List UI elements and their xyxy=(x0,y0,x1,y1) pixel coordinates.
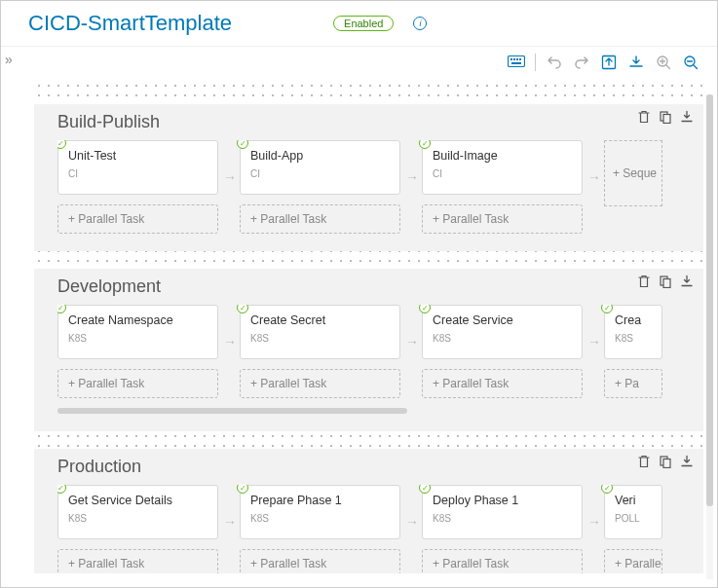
task-column: ✓Unit-TestCIParallel Task→ xyxy=(57,140,218,234)
flow-arrow-icon: → xyxy=(223,514,237,530)
copy-icon[interactable] xyxy=(659,110,672,124)
svg-rect-0 xyxy=(509,56,525,67)
task-type: CI xyxy=(433,168,572,179)
delete-icon[interactable] xyxy=(637,455,651,468)
task-card[interactable]: ✓CreaK8S xyxy=(604,305,662,359)
flow-arrow-icon: → xyxy=(405,334,419,349)
copy-icon[interactable] xyxy=(659,455,672,468)
check-icon: ✓ xyxy=(237,305,248,313)
stage-actions xyxy=(637,275,694,288)
stage: →Production✓Get Service DetailsK8SParall… xyxy=(34,449,703,573)
task-row: ✓Unit-TestCIParallel Task→✓Build-AppCIPa… xyxy=(57,140,694,234)
check-icon: ✓ xyxy=(601,485,613,494)
add-parallel-task[interactable]: Parallel Task xyxy=(240,549,400,573)
task-card[interactable]: ✓Create NamespaceK8S xyxy=(57,305,218,359)
add-parallel-task[interactable]: Parallel Task xyxy=(240,204,400,234)
task-name: Build-App xyxy=(250,149,390,163)
undo-icon[interactable] xyxy=(546,54,563,71)
task-card[interactable]: ✓Deploy Phase 1K8S xyxy=(422,485,583,539)
stage-title[interactable]: Build-Publish xyxy=(57,112,694,132)
task-card[interactable]: ✓Create SecretK8S xyxy=(240,305,400,359)
check-icon: ✓ xyxy=(419,485,431,494)
flow-arrow-icon: → xyxy=(587,334,601,349)
task-type: K8S xyxy=(68,513,208,524)
add-parallel-task[interactable]: Pa xyxy=(604,369,662,398)
svg-rect-12 xyxy=(663,279,670,288)
task-card[interactable]: ✓Unit-TestCI xyxy=(57,140,218,195)
task-card[interactable]: ✓Prepare Phase 1K8S xyxy=(240,485,400,539)
svg-rect-10 xyxy=(663,115,670,124)
svg-rect-2 xyxy=(513,58,515,60)
check-icon: ✓ xyxy=(57,140,66,149)
add-parallel-task[interactable]: Parallel Task xyxy=(604,549,662,573)
vertical-scrollbar[interactable] xyxy=(706,94,713,579)
zoom-out-icon[interactable] xyxy=(682,54,699,71)
task-type: K8S xyxy=(433,513,572,524)
task-name: Unit-Test xyxy=(68,149,208,163)
task-name: Create Namespace xyxy=(68,313,208,327)
canvas[interactable]: Build-Publish✓Unit-TestCIParallel Task→✓… xyxy=(34,81,703,573)
check-icon: ✓ xyxy=(601,305,613,313)
toolbar xyxy=(508,54,699,71)
download-icon[interactable] xyxy=(680,110,694,124)
add-parallel-task[interactable]: Parallel Task xyxy=(57,369,218,398)
task-card[interactable]: ✓Create ServiceK8S xyxy=(422,305,583,359)
add-parallel-task[interactable]: Parallel Task xyxy=(422,204,583,234)
task-type: K8S xyxy=(68,333,208,344)
check-icon: ✓ xyxy=(419,305,431,313)
export-icon[interactable] xyxy=(600,54,618,71)
info-icon[interactable]: i xyxy=(413,17,427,30)
sequential-placeholder[interactable]: Seque xyxy=(604,140,662,206)
delete-icon[interactable] xyxy=(637,275,651,288)
expand-sidebar-icon[interactable]: » xyxy=(5,52,22,73)
task-row: ✓Create NamespaceK8SParallel Task→✓Creat… xyxy=(57,305,694,398)
stage-actions xyxy=(637,455,694,468)
keyboard-icon[interactable] xyxy=(508,54,525,71)
task-name: Crea xyxy=(615,313,652,327)
scrollbar-thumb[interactable] xyxy=(706,94,713,506)
import-icon[interactable] xyxy=(627,54,645,71)
download-icon[interactable] xyxy=(680,275,694,288)
add-parallel-task[interactable]: Parallel Task xyxy=(240,369,400,398)
svg-rect-1 xyxy=(510,58,512,60)
task-name: Veri xyxy=(615,494,652,507)
zoom-in-icon[interactable] xyxy=(655,54,672,71)
stage-title[interactable]: Production xyxy=(57,457,694,477)
task-column: ✓CreaK8SPa xyxy=(604,305,662,398)
task-column: ✓Create ServiceK8SParallel Task→ xyxy=(422,305,583,398)
stage: →Development✓Create NamespaceK8SParallel… xyxy=(34,269,703,431)
horizontal-scrollbar[interactable] xyxy=(57,408,407,414)
task-column: ✓Create NamespaceK8SParallel Task→ xyxy=(57,305,218,398)
add-sequential-task[interactable]: Seque xyxy=(604,140,658,234)
copy-icon[interactable] xyxy=(659,275,672,288)
stage-title[interactable]: Development xyxy=(57,276,694,297)
task-type: K8S xyxy=(250,333,390,344)
add-parallel-task[interactable]: Parallel Task xyxy=(57,204,218,234)
task-column: ✓Get Service DetailsK8SParallel Task→ xyxy=(57,485,218,573)
delete-icon[interactable] xyxy=(637,110,651,124)
flow-arrow-icon: → xyxy=(223,169,237,185)
task-card[interactable]: ✓Build-AppCI xyxy=(240,140,400,195)
task-column: ✓Build-ImageCIParallel Task→ xyxy=(422,140,583,234)
task-card[interactable]: ✓Get Service DetailsK8S xyxy=(57,485,218,539)
check-icon: ✓ xyxy=(237,140,248,149)
task-name: Get Service Details xyxy=(68,494,208,507)
task-type: CI xyxy=(68,168,208,179)
svg-rect-3 xyxy=(516,58,518,60)
redo-icon[interactable] xyxy=(573,54,590,71)
task-type: K8S xyxy=(433,333,572,344)
task-type: POLL xyxy=(615,513,652,524)
check-icon: ✓ xyxy=(57,305,66,313)
task-card[interactable]: ✓Build-ImageCI xyxy=(422,140,583,195)
add-parallel-task[interactable]: Parallel Task xyxy=(57,549,218,573)
task-name: Create Secret xyxy=(250,313,390,327)
task-column: ✓Deploy Phase 1K8SParallel Task→ xyxy=(422,485,583,573)
add-parallel-task[interactable]: Parallel Task xyxy=(422,369,583,398)
task-card[interactable]: ✓VeriPOLL xyxy=(604,485,662,539)
flow-arrow-icon: → xyxy=(223,334,237,349)
page-title[interactable]: CICD-SmartTemplate xyxy=(28,11,232,36)
task-type: K8S xyxy=(250,513,390,524)
add-parallel-task[interactable]: Parallel Task xyxy=(422,549,583,573)
download-icon[interactable] xyxy=(680,455,694,468)
task-type: CI xyxy=(250,168,390,179)
